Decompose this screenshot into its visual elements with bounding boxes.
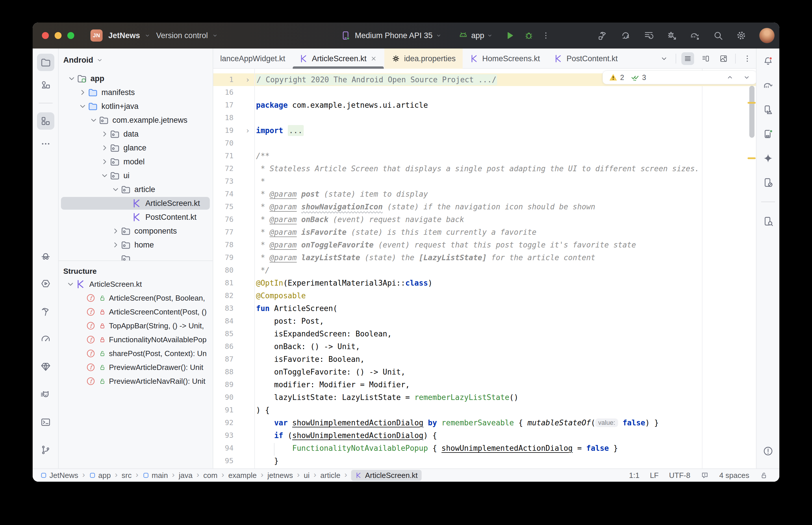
code-line-90[interactable]: 90 lazyListState: LazyListState = rememb… (213, 391, 756, 404)
breadcrumb-src[interactable]: src (122, 471, 132, 480)
code-line-75[interactable]: 75 * @param showNavigationIcon (state) i… (213, 200, 756, 213)
code-line-74[interactable]: 74 * @param post (state) item to display (213, 188, 756, 200)
fold-arrow[interactable]: › (241, 124, 254, 137)
breadcrumb-ArticleScreen.kt[interactable]: ArticleScreen.kt (351, 470, 422, 481)
run-configuration-selector[interactable]: app (471, 31, 484, 40)
terminal-button[interactable] (37, 414, 54, 431)
avatar[interactable] (759, 28, 775, 43)
code-line-86[interactable]: 86 onBack: () -> Unit, (213, 340, 756, 353)
tree-item-components[interactable]: components (59, 224, 213, 238)
breadcrumb-jetnews[interactable]: jetnews (268, 471, 293, 480)
code-line-87[interactable]: 87 isFavorite: Boolean, (213, 353, 756, 365)
structure-item[interactable]: fFunctionalityNotAvailablePop (59, 333, 213, 347)
build-tool-button[interactable] (37, 303, 54, 320)
code-line-94[interactable]: 94 FunctionalityNotAvailablePopup { show… (213, 442, 756, 454)
hidden-tabs-chevron[interactable] (658, 52, 670, 65)
tree-item-ArticleScreen.kt[interactable]: ArticleScreen.kt (59, 196, 213, 210)
zoom-window-button[interactable] (67, 32, 74, 39)
caret-position[interactable]: 1:1 (629, 471, 639, 480)
search-everywhere-icon[interactable] (713, 30, 723, 41)
device-mirror-button[interactable] (759, 174, 777, 191)
code-view-button[interactable] (681, 52, 694, 65)
code-line-85[interactable]: 85 isExpandedScreen: Boolean, (213, 328, 756, 340)
tree-item-data[interactable]: data (59, 127, 213, 141)
settings-icon[interactable] (736, 30, 747, 41)
logcat-button[interactable] (37, 386, 54, 403)
running-devices-button[interactable] (759, 125, 777, 142)
gemini-button[interactable] (759, 150, 777, 167)
code-line-17[interactable]: 17package com.example.jetnews.ui.article (213, 99, 756, 111)
device-selector[interactable]: Medium Phone API 35 (355, 31, 432, 40)
warning-stripe-mark[interactable] (748, 102, 756, 104)
structure-item[interactable]: fArticleScreen(Post, Boolean, (59, 291, 213, 305)
writable-lock-icon[interactable] (760, 471, 768, 479)
structure-item[interactable]: fArticleScreenContent(Post, () (59, 305, 213, 319)
tree-item-model[interactable]: model (59, 155, 213, 169)
code-line-18[interactable]: 18 (213, 111, 756, 124)
notifications-bell[interactable] (759, 52, 777, 70)
tree-item-manifests[interactable]: manifests (59, 86, 213, 99)
tree-item-PostContent.kt[interactable]: PostContent.kt (59, 210, 213, 224)
inspections-status-icon[interactable] (701, 471, 709, 479)
structure-item[interactable]: fsharePost(Post, Context): Un (59, 347, 213, 360)
device-manager-button[interactable] (759, 101, 777, 118)
code-line-89[interactable]: 89 modifier: Modifier = Modifier, (213, 378, 756, 391)
split-view-button[interactable] (699, 52, 712, 65)
tab-HomeScreens.kt[interactable]: HomeScreens.kt (463, 48, 547, 69)
breadcrumb-java[interactable]: java (179, 471, 192, 480)
run-button[interactable] (504, 30, 515, 41)
tree-item-home[interactable]: home (59, 238, 213, 252)
tree-item-ui[interactable]: ui (59, 169, 213, 182)
breadcrumb-example[interactable]: example (228, 471, 256, 480)
minimize-window-button[interactable] (55, 32, 61, 39)
tree-item-glance[interactable]: glance (59, 141, 213, 155)
resource-manager-button[interactable] (37, 76, 54, 94)
code-line-78[interactable]: 78 * @param onToggleFavorite (event) req… (213, 239, 756, 251)
project-name-menu[interactable]: JetNews (108, 31, 140, 40)
more-actions-kebab[interactable] (542, 30, 550, 41)
breadcrumb-article[interactable]: article (321, 471, 340, 480)
gradle-tool-button[interactable] (759, 77, 777, 94)
version-control-button[interactable] (37, 441, 54, 459)
code-line-91[interactable]: 91) { (213, 404, 756, 416)
code-line-79[interactable]: 79 * @param lazyListState (state) the [L… (213, 251, 756, 264)
tab-ArticleScreen.kt[interactable]: ArticleScreen.kt (292, 48, 384, 69)
tab-options-kebab[interactable] (741, 52, 754, 65)
project-tool-button[interactable] (37, 54, 54, 71)
tree-item-com.example.jetnews[interactable]: com.example.jetnews (59, 113, 213, 127)
tab-PostContent.kt[interactable]: PostContent.kt (547, 48, 624, 69)
code-line-77[interactable]: 77 * @param isFavorite (state) is this i… (213, 226, 756, 239)
code-line-88[interactable]: 88 onToggleFavorite: () -> Unit, (213, 365, 756, 378)
line-separator[interactable]: LF (650, 471, 659, 480)
code-line-72[interactable]: 72 * Stateless Article Screen that displ… (213, 162, 756, 175)
debug-button[interactable] (523, 30, 534, 41)
tree-item-partial[interactable] (59, 252, 213, 260)
code-line-83[interactable]: 83fun ArticleScreen( (213, 302, 756, 315)
editor-scrollbar-thumb[interactable] (749, 86, 754, 138)
preview-button[interactable] (717, 52, 730, 65)
apply-changes-restart-icon[interactable]: A (620, 30, 631, 41)
code-line-92[interactable]: 92 var showUnimplementedActionDialog by … (213, 416, 756, 429)
code-line-71[interactable]: 71/** (213, 150, 756, 162)
close-tab-icon[interactable] (370, 55, 378, 62)
inspection-widget[interactable]: 2 3 (603, 71, 756, 84)
code-line-76[interactable]: 76 * @param onBack (event) request navig… (213, 213, 756, 226)
problems-button[interactable] (759, 442, 777, 460)
close-window-button[interactable] (42, 32, 49, 39)
code-line-16[interactable]: 16 (213, 86, 756, 99)
app-quality-insights-button[interactable] (37, 358, 54, 375)
tree-item-app[interactable]: app (59, 72, 213, 86)
code-line-93[interactable]: 93 if (showUnimplementedActionDialog) { (213, 429, 756, 442)
file-encoding[interactable]: UTF-8 (669, 471, 690, 480)
fold-arrow[interactable]: › (241, 73, 254, 86)
project-view-selector[interactable]: Android (63, 56, 93, 65)
breadcrumb-com[interactable]: com (203, 471, 217, 480)
device-explorer-button[interactable] (759, 212, 777, 230)
warning-stripe-mark[interactable] (748, 158, 756, 159)
structure-item[interactable]: fPreviewArticleNavRail(): Unit (59, 374, 213, 388)
more-tool-windows-button[interactable] (37, 135, 54, 152)
breadcrumb-JetNews[interactable]: JetNews (40, 471, 78, 480)
build-hammer-icon[interactable] (597, 30, 608, 41)
code-line-70[interactable]: 70 (213, 137, 756, 150)
gradle-sync-icon[interactable] (690, 30, 700, 41)
